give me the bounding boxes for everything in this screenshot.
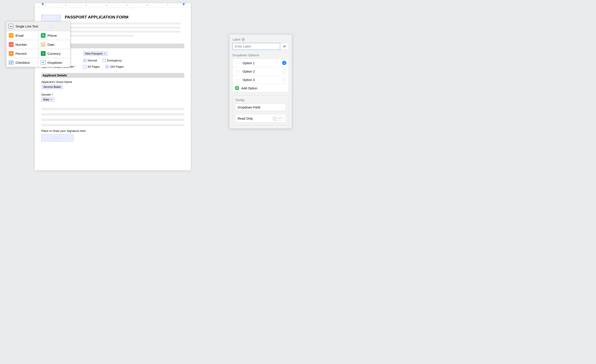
option-selected-icon[interactable]	[282, 61, 286, 65]
option-row[interactable]: ⋮⋮⋮⋮ Option 3	[233, 76, 289, 84]
field-type-date[interactable]: 17 Date	[38, 40, 70, 49]
svg-point-5	[43, 53, 44, 54]
ruler-tick: 3	[86, 4, 87, 6]
ruler-tick: 7	[167, 4, 168, 6]
number-icon: 123	[9, 42, 14, 47]
option-unselected-icon[interactable]	[282, 78, 286, 82]
add-option-row[interactable]: Add Option	[233, 84, 289, 92]
options-heading: Dropdown Options	[232, 53, 289, 57]
currency-icon	[41, 51, 45, 56]
option-unselected-icon[interactable]	[282, 69, 286, 73]
signature-label: Place or Draw your Signature here	[41, 129, 184, 132]
text-placeholder	[41, 108, 184, 110]
signature-box[interactable]	[41, 134, 74, 142]
email-icon	[9, 33, 14, 38]
checkbox-icon	[9, 60, 14, 65]
drag-handle-icon[interactable]: ⋮⋮⋮⋮	[235, 78, 240, 81]
ruler-tick: 4	[106, 4, 107, 6]
checkbox-200-pages[interactable]: 200 Pages	[105, 65, 124, 68]
text-placeholder	[65, 22, 181, 24]
ruler-tick: 2	[65, 4, 66, 6]
field-type-currency[interactable]: Currency	[38, 49, 70, 58]
chevron-down-icon: ▼	[104, 53, 106, 55]
link-button[interactable]	[280, 43, 289, 50]
dropdown-options-list: ⋮⋮⋮⋮ Option 1 ⋮⋮⋮⋮ Option 2 ⋮⋮⋮⋮ Option …	[232, 59, 289, 92]
properties-panel: Label i Dropdown Options ⋮⋮⋮⋮ Option 1 ⋮…	[229, 34, 292, 129]
dropdown-applying-for[interactable]: New Passport ▼	[83, 51, 108, 56]
section-header-applicant: Applicant Details	[41, 73, 184, 78]
readonly-row: Read Only OFF	[235, 114, 286, 123]
ruler-tick: 5	[127, 4, 128, 6]
readonly-toggle[interactable]: OFF	[272, 116, 283, 121]
svg-marker-7	[42, 62, 44, 63]
tooltip-input[interactable]	[235, 103, 286, 111]
calendar-icon: 17	[41, 42, 45, 47]
field-type-palette: Aa Single Line Text Email Phone 123 Numb…	[6, 22, 70, 67]
dropdown-gender[interactable]: Male ▼	[41, 97, 54, 102]
text-icon: Aa	[9, 24, 13, 29]
checkbox-normal[interactable]: Normal	[83, 59, 97, 62]
drag-handle-icon[interactable]: ⋮⋮⋮⋮	[235, 62, 240, 64]
field-type-dropdown[interactable]: Dropdown	[38, 58, 70, 67]
field-type-single-line[interactable]: Aa Single Line Text	[6, 22, 70, 31]
percent-icon: %	[9, 51, 14, 56]
ruler-tick: 6	[147, 4, 148, 6]
field-type-phone[interactable]: Phone	[38, 31, 70, 40]
option-row[interactable]: ⋮⋮⋮⋮ Option 1	[233, 59, 289, 67]
text-placeholder	[41, 113, 184, 116]
text-placeholder	[65, 27, 181, 29]
ruler-tick: 1	[45, 4, 46, 6]
input-given-name[interactable]: Jerome Blake	[41, 85, 63, 89]
field-type-number[interactable]: 123 Number	[6, 40, 38, 49]
drag-handle-icon[interactable]: ⋮⋮⋮⋮	[235, 70, 240, 73]
field-type-email[interactable]: Email	[6, 31, 38, 40]
ruler: 1234567	[35, 3, 191, 8]
label-heading: Label i	[232, 37, 289, 41]
field-type-checkbox[interactable]: Checkbox	[6, 58, 38, 67]
field-type-percent[interactable]: % Percent	[6, 49, 38, 58]
tooltip-heading: Tooltip	[235, 98, 286, 102]
svg-rect-2	[42, 43, 45, 44]
field-label-given-name: Applicant's Given Name	[41, 80, 184, 84]
tooltip-subpanel: Tooltip Read Only OFF	[232, 95, 289, 125]
text-placeholder	[65, 31, 181, 33]
field-label-gender: Gender *	[41, 93, 184, 96]
plus-icon	[235, 86, 239, 90]
dropdown-icon	[41, 60, 45, 65]
phone-icon	[41, 33, 45, 38]
document-title: PASSPORT APPLICATION FORM	[65, 15, 181, 20]
text-placeholder	[41, 124, 184, 126]
text-placeholder	[41, 118, 184, 121]
readonly-label: Read Only	[238, 116, 253, 120]
option-row[interactable]: ⋮⋮⋮⋮ Option 2	[233, 67, 289, 76]
ruler-indent-right[interactable]	[182, 3, 185, 6]
checkbox-50-pages[interactable]: 50 Pages	[83, 65, 100, 68]
chevron-down-icon: ▼	[51, 99, 52, 101]
link-icon	[283, 45, 286, 48]
checkbox-emergency[interactable]: Emergency	[103, 59, 122, 62]
info-icon[interactable]: i	[242, 38, 245, 41]
svg-text:17: 17	[43, 44, 44, 45]
text-placeholder	[65, 35, 134, 37]
label-input[interactable]	[232, 43, 280, 50]
ruler-indent-left[interactable]	[41, 3, 44, 6]
